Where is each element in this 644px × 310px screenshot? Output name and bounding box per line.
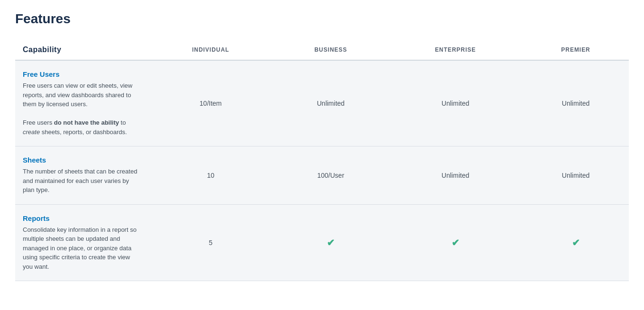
value-sheets-premier: Unlimited [562, 172, 589, 179]
table-row: Reports Consolidate key information in a… [15, 204, 629, 281]
cell-sheets-premier: Unlimited [523, 146, 629, 205]
cell-reports-premier [523, 204, 629, 281]
capability-cell-reports: Reports Consolidate key information in a… [15, 204, 148, 281]
capability-title-reports: Reports [23, 214, 140, 222]
cell-reports-individual: 5 [148, 204, 273, 281]
cell-free-users-individual: 10/Item [148, 60, 273, 146]
cell-sheets-individual: 10 [148, 146, 273, 205]
cell-reports-enterprise [388, 204, 523, 281]
check-icon-reports-premier [572, 237, 580, 248]
capability-title-sheets: Sheets [23, 156, 140, 164]
capability-title-free-users: Free Users [23, 70, 140, 78]
value-sheets-enterprise: Unlimited [442, 172, 469, 179]
value-reports-individual: 5 [209, 239, 212, 246]
value-sheets-individual: 10 [207, 172, 214, 179]
col-header-business: BUSINESS [273, 40, 388, 60]
page-title: Features [15, 11, 629, 27]
value-free-users-individual: 10/Item [200, 100, 222, 107]
cell-free-users-enterprise: Unlimited [388, 60, 523, 146]
cell-sheets-enterprise: Unlimited [388, 146, 523, 205]
capability-desc-free-users: Free users can view or edit sheets, view… [23, 81, 140, 137]
col-header-individual: INDIVIDUAL [148, 40, 273, 60]
features-table: Capability INDIVIDUAL BUSINESS ENTERPRIS… [15, 40, 629, 281]
table-row: Sheets The number of sheets that can be … [15, 146, 629, 205]
table-header-row: Capability INDIVIDUAL BUSINESS ENTERPRIS… [15, 40, 629, 60]
value-free-users-premier: Unlimited [562, 100, 589, 107]
check-icon-reports-enterprise [451, 237, 460, 248]
capability-cell-sheets: Sheets The number of sheets that can be … [15, 146, 148, 205]
col-header-enterprise: ENTERPRISE [388, 40, 523, 60]
col-header-premier: PREMIER [523, 40, 629, 60]
check-icon-reports-business [327, 237, 335, 248]
capability-cell-free-users: Free Users Free users can view or edit s… [15, 60, 148, 146]
cell-reports-business [273, 204, 388, 281]
cell-sheets-business: 100/User [273, 146, 388, 205]
value-sheets-business: 100/User [317, 172, 344, 179]
capability-desc-sheets: The number of sheets that can be created… [23, 167, 140, 195]
col-header-capability: Capability [15, 40, 148, 60]
table-row: Free Users Free users can view or edit s… [15, 60, 629, 146]
cell-free-users-business: Unlimited [273, 60, 388, 146]
value-free-users-enterprise: Unlimited [442, 100, 469, 107]
capability-desc-reports: Consolidate key information in a report … [23, 225, 140, 272]
value-free-users-business: Unlimited [317, 100, 344, 107]
cell-free-users-premier: Unlimited [523, 60, 629, 146]
